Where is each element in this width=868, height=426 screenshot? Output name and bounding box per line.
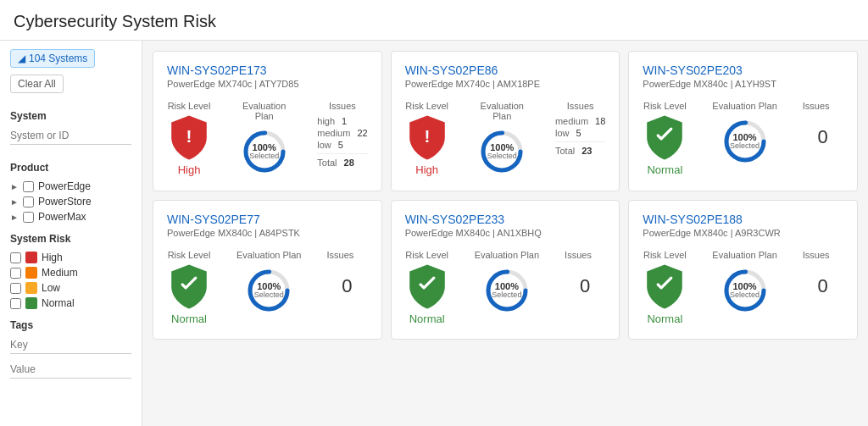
risk-label: Normal (647, 313, 682, 325)
card-content: Risk Level ! High Evaluation Plan 100% S… (167, 101, 368, 177)
card-card5: WIN-SYS02PE233 PowerEdge MX840c | AN1XBH… (391, 200, 620, 340)
eval-col: Evaluation Plan 100% Selected (712, 250, 776, 325)
donut-chart: 100% Selected (720, 265, 771, 316)
eval-plan-header: Evaluation Plan (236, 250, 301, 260)
page-title: Cybersecurity System Risk (0, 0, 868, 41)
filter-icon: ◢ (18, 53, 25, 64)
card-card4: WIN-SYS02PE77 PowerEdge MX840c | A84PSTK… (153, 200, 382, 340)
system-input[interactable] (10, 127, 131, 145)
eval-col: Evaluation Plan 100% Selected (475, 101, 530, 177)
issues-header: Issues (803, 250, 830, 260)
issues-col: Issues 0 (803, 250, 830, 325)
card-title: WIN-SYS02PE233 (405, 213, 606, 226)
risk-label-medium: Medium (42, 267, 78, 279)
chevron-icon: ► (10, 213, 19, 222)
eval-label: Selected (254, 291, 284, 300)
risk-level-header: Risk Level (405, 101, 448, 111)
clear-all-button[interactable]: Clear All (10, 75, 64, 93)
issue-row: high 1 (317, 116, 367, 126)
issues-table: high 1 medium 22 low 5 Total 28 (317, 116, 367, 168)
eval-col: Evaluation Plan 100% Selected (475, 250, 539, 325)
risk-col: Risk Level Normal (643, 250, 687, 325)
eval-plan-header: Evaluation Plan (236, 101, 292, 121)
card-content: Risk Level Normal Evaluation Plan 100% S… (643, 101, 843, 176)
issues-col: Issues medium 18 low 5 Total 23 (555, 101, 605, 177)
sidebar-risk-medium[interactable]: Medium (10, 265, 131, 280)
card-subtitle: PowerEdge MX840c | A1YH9ST (643, 79, 843, 89)
issues-zero: 0 (342, 275, 352, 297)
eval-label: Selected (730, 142, 760, 151)
card-content: Risk Level Normal Evaluation Plan 100% S… (643, 250, 843, 325)
donut-chart: 100% Selected (239, 126, 290, 177)
card-content: Risk Level ! High Evaluation Plan 100% S… (405, 101, 606, 177)
svg-text:!: ! (424, 126, 430, 146)
tags-section-title: Tags (10, 319, 131, 331)
filter-count: 104 Systems (29, 53, 87, 64)
issues-total: Total 28 (317, 153, 367, 168)
risk-level-header: Risk Level (168, 250, 211, 260)
risk-level-header: Risk Level (405, 250, 448, 260)
eval-col: Evaluation Plan 100% Selected (236, 101, 292, 177)
risk-label: High (415, 163, 438, 176)
card-cols: Risk Level ! High Evaluation Plan 100% S… (167, 101, 368, 177)
risk-col: Risk Level Normal (643, 101, 687, 176)
product-section-title: Product (10, 162, 131, 174)
issues-zero: 0 (818, 275, 828, 297)
sidebar-item-powermax[interactable]: ► PowerMax (10, 209, 131, 224)
card-title: WIN-SYS02PE173 (167, 64, 368, 77)
issues-col: Issues high 1 medium 22 low 5 Total 28 (317, 101, 367, 177)
svg-text:!: ! (186, 126, 192, 146)
donut-chart: 100% Selected (476, 126, 527, 177)
card-cols: Risk Level Normal Evaluation Plan 100% S… (405, 250, 606, 325)
value-input[interactable] (10, 361, 131, 379)
card-subtitle: PowerEdge MX840c | AN1XBHQ (405, 228, 606, 238)
shield-icon (167, 265, 211, 309)
cards-grid: WIN-SYS02PE173 PowerEdge MX740c | ATY7D8… (153, 51, 858, 340)
card-subtitle: PowerEdge MX740c | AMX18PE (405, 79, 606, 89)
risk-label: Normal (647, 163, 682, 176)
donut-chart: 100% Selected (720, 116, 771, 167)
main-content: WIN-SYS02PE173 PowerEdge MX740c | ATY7D8… (142, 41, 868, 426)
card-content: Risk Level Normal Evaluation Plan 100% S… (405, 250, 606, 325)
eval-label: Selected (487, 152, 517, 161)
eval-plan-header: Evaluation Plan (712, 250, 776, 260)
shield-icon (405, 265, 449, 309)
issues-col: Issues 0 (565, 250, 592, 325)
eval-label: Selected (249, 152, 279, 161)
eval-label: Selected (730, 291, 760, 300)
issues-total: Total 23 (555, 141, 605, 156)
sidebar-item-powerstore[interactable]: ► PowerStore (10, 194, 131, 209)
eval-col: Evaluation Plan 100% Selected (712, 101, 776, 176)
card-content: Risk Level Normal Evaluation Plan 100% S… (167, 250, 368, 325)
risk-level-header: Risk Level (643, 101, 687, 111)
risk-col: Risk Level Normal (167, 250, 211, 325)
risk-col: Risk Level ! High (405, 101, 449, 177)
eval-label: Selected (492, 291, 521, 300)
sidebar-risk-high[interactable]: High (10, 250, 131, 265)
sidebar-risk-normal[interactable]: Normal (10, 296, 131, 311)
issue-row: low 5 (317, 140, 367, 150)
low-dot (25, 282, 37, 294)
chevron-icon: ► (10, 182, 19, 191)
shield-icon (643, 265, 687, 309)
risk-col: Risk Level ! High (167, 101, 211, 177)
system-section-title: System (10, 110, 131, 122)
issues-header: Issues (803, 101, 830, 111)
shield-icon (643, 116, 687, 160)
card-card2: WIN-SYS02PE86 PowerEdge MX740c | AMX18PE… (391, 51, 620, 191)
sidebar-item-poweredge[interactable]: ► PowerEdge (10, 179, 131, 194)
card-cols: Risk Level Normal Evaluation Plan 100% S… (643, 250, 843, 325)
key-input[interactable] (10, 336, 131, 354)
issue-row: medium 18 (555, 116, 605, 126)
filter-button[interactable]: ◢ 104 Systems (10, 49, 95, 68)
donut-chart: 100% Selected (243, 265, 294, 316)
risk-label: High (178, 163, 201, 176)
risk-label-normal: Normal (42, 297, 75, 309)
risk-level-header: Risk Level (168, 101, 211, 111)
card-title: WIN-SYS02PE86 (405, 64, 606, 77)
sidebar-risk-low[interactable]: Low (10, 280, 131, 296)
medium-dot (25, 267, 37, 279)
card-card6: WIN-SYS02PE188 PowerEdge MX840c | A9R3CW… (628, 200, 858, 340)
card-cols: Risk Level ! High Evaluation Plan 100% S… (405, 101, 606, 177)
card-title: WIN-SYS02PE203 (643, 64, 843, 77)
